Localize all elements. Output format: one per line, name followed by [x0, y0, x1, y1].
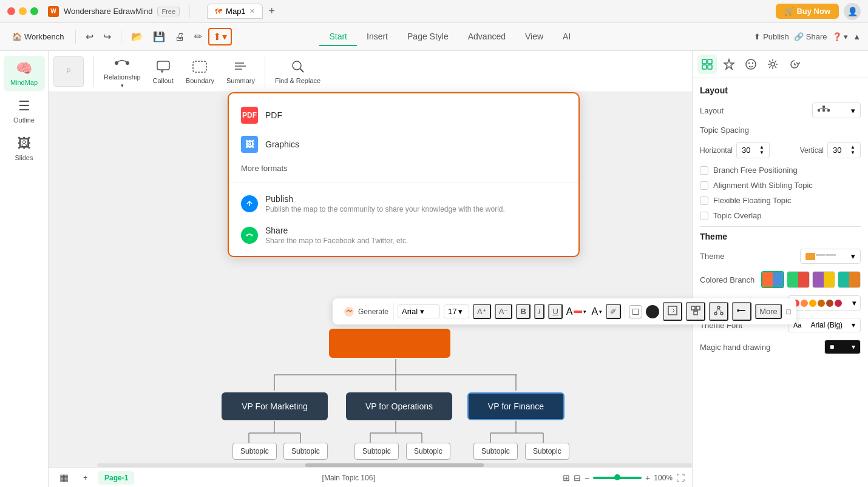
maximize-button[interactable] [30, 7, 38, 15]
share-button[interactable]: 🔗 Share [794, 32, 827, 41]
tab-view[interactable]: View [515, 28, 553, 46]
h-stepper[interactable]: ▲ ▼ [759, 145, 764, 155]
mindmap-panel-item[interactable]: 🧠 MindMap [4, 56, 45, 91]
vertical-spacing: Vertical 30 ▲ ▼ [800, 142, 861, 158]
branch-option-1[interactable] [761, 271, 784, 288]
tab-map1[interactable]: 🗺 Map1 ✕ [207, 4, 263, 19]
tab-ai[interactable]: AI [553, 28, 580, 46]
outline-panel-item[interactable]: ☰ Outline [4, 93, 45, 129]
slides-icon: 🖼 [18, 136, 31, 152]
horizontal-input[interactable]: 30 ▲ ▼ [736, 142, 770, 158]
flexible-checkbox[interactable] [700, 196, 708, 205]
app-logo: W [48, 6, 59, 17]
publish-button[interactable]: ⬆ Publish [754, 32, 789, 41]
overlap-checkbox[interactable] [700, 212, 708, 220]
branch-button[interactable] [709, 302, 728, 321]
branch-option-4[interactable] [838, 271, 861, 288]
help-button[interactable]: ❓ ▾ [832, 32, 849, 41]
publish-icon: ⬆ [754, 32, 761, 41]
theme-color-select[interactable]: ▾ [788, 295, 861, 311]
collapse-ribbon-button[interactable]: ▲ [853, 32, 861, 41]
workbench-button[interactable]: 🏠 Workbench [7, 30, 69, 44]
expand-button[interactable]: ⊡ [785, 307, 792, 316]
svg-rect-47 [708, 65, 712, 69]
svg-rect-54 [822, 106, 825, 108]
theme-property-row: Theme ▾ [700, 249, 861, 264]
layout-select-icon [818, 106, 830, 115]
svg-point-34 [714, 312, 717, 315]
cart-icon: 🛒 [784, 7, 794, 16]
colored-branch-row: Colored Branch [700, 271, 861, 288]
svg-rect-57 [827, 109, 830, 112]
vertical-input[interactable]: 30 ▲ ▼ [827, 142, 861, 158]
right-history-tab[interactable] [785, 55, 804, 74]
tab-advanced[interactable]: Advanced [458, 28, 515, 46]
export-dropdown-menu: PDF PDF 🖼 Graphics More formats [228, 92, 580, 257]
branch-option-3[interactable] [812, 271, 835, 288]
print-button[interactable]: 🖨 [171, 29, 188, 45]
svg-rect-44 [702, 59, 707, 64]
edit-button[interactable]: ✏ [191, 29, 206, 45]
overlap-label: Topic Overlap [713, 211, 761, 220]
export-button[interactable]: ⬆ ▾ [208, 28, 232, 45]
toolbar-divider [75, 30, 76, 44]
redo-button[interactable]: ↪ [100, 29, 115, 45]
branch-free-row: Branch Free Positioning [700, 166, 861, 175]
graphics-icon: 🖼 [241, 136, 258, 153]
theme-label: Theme [700, 252, 724, 261]
tab-insert[interactable]: Insert [357, 28, 398, 46]
graphics-export-item[interactable]: 🖼 Graphics [229, 130, 578, 159]
open-button[interactable]: 📂 [127, 29, 147, 45]
magic-drawing-select[interactable]: ■ ▾ [824, 340, 861, 354]
pdf-export-item[interactable]: PDF PDF [229, 101, 578, 130]
theme-font-select[interactable]: Aa Arial (Big) ▾ [788, 318, 861, 332]
tab-page-style[interactable]: Page Style [398, 28, 458, 46]
layout-select[interactable]: ▾ [812, 102, 861, 118]
branch-option-2[interactable] [787, 271, 810, 288]
alignment-label: Alignment With Sibling Topic [713, 181, 813, 190]
minimize-button[interactable] [19, 7, 27, 15]
theme-select[interactable]: ▾ [800, 249, 861, 264]
branch-icon [713, 305, 724, 316]
slides-panel-item[interactable]: 🖼 Slides [4, 131, 45, 166]
right-ai-tab[interactable] [719, 55, 739, 74]
export-icon: ⬆ [213, 31, 221, 42]
svg-point-41 [245, 230, 254, 240]
right-emoji-tab[interactable] [741, 55, 761, 74]
nav-tabs: Start Insert Page Style Advanced View AI [319, 28, 580, 46]
tab-close-icon[interactable]: ✕ [249, 7, 255, 15]
more-formats-item[interactable]: More formats [229, 159, 578, 178]
svg-point-39 [737, 309, 739, 312]
undo-button[interactable]: ↩ [82, 29, 97, 45]
layout-section-title: Layout [700, 86, 861, 95]
tab-start[interactable]: Start [319, 28, 357, 46]
main-toolbar: 🏠 Workbench ↩ ↪ 📂 💾 🖨 ✏ ⬆ ▾ Start Insert… [0, 23, 868, 51]
save-button[interactable]: 💾 [149, 29, 169, 45]
font-select-dropdown-icon: ▾ [852, 321, 855, 329]
svg-point-48 [746, 59, 756, 69]
right-settings-tab[interactable] [763, 55, 782, 74]
publish-share-text: Publish Publish the map to the community… [265, 194, 505, 213]
alignment-row: Alignment With Sibling Topic [700, 181, 861, 190]
publish-share-item[interactable]: Publish Publish the map to the community… [229, 188, 578, 220]
v-stepper[interactable]: ▲ ▼ [850, 145, 855, 155]
user-avatar[interactable]: 👤 [844, 3, 861, 20]
dropdown-overlay[interactable]: PDF PDF 🖼 Graphics More formats [49, 51, 692, 487]
svg-rect-29 [696, 306, 700, 310]
social-share-item[interactable]: Share Share the map to Facebook and Twit… [229, 220, 578, 251]
buy-now-button[interactable]: 🛒 Buy Now [776, 4, 839, 19]
svg-rect-55 [818, 109, 820, 112]
alignment-checkbox[interactable] [700, 181, 708, 190]
more-button[interactable]: More [755, 304, 782, 319]
social-share-icon [241, 227, 258, 244]
branch-free-checkbox[interactable] [700, 166, 708, 175]
outline-icon: ☰ [18, 98, 30, 114]
svg-point-33 [717, 306, 720, 309]
traffic-lights [7, 7, 38, 15]
app-name: Wondershare EdrawMind [64, 7, 152, 16]
close-button[interactable] [7, 7, 15, 15]
right-layout-tab[interactable] [697, 55, 717, 74]
svg-point-50 [752, 62, 753, 64]
connector-button[interactable] [732, 302, 751, 321]
new-tab-button[interactable]: + [265, 5, 279, 18]
